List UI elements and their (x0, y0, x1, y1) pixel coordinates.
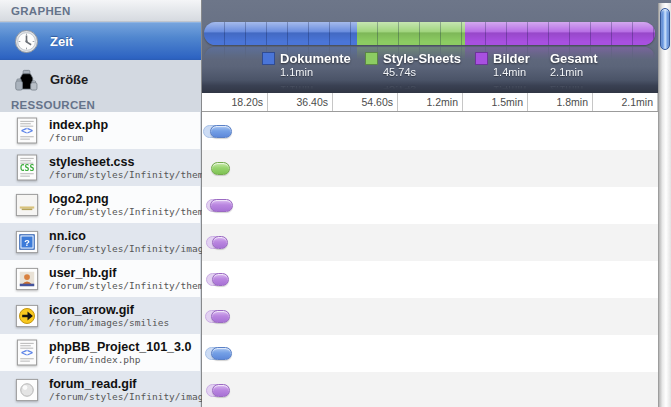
time-ruler: 18.20s36.40s54.60s1.2min1.5min1.8min2.1m… (202, 93, 658, 112)
resource-item[interactable]: forum_read.gif/forum/styles/Infinity/ima… (0, 371, 200, 407)
resource-item[interactable]: ?nn.ico/forum/styles/Infinity/imageset (0, 223, 200, 260)
resource-path: /forum/index.php (49, 354, 191, 365)
timeline-row (202, 298, 658, 335)
weights-icon (13, 66, 39, 92)
legend-swatch (262, 52, 275, 65)
sidebar-item-zeit[interactable]: Zeit (0, 22, 201, 60)
summary-bar (204, 22, 655, 45)
legend-swatch (475, 52, 488, 65)
duration-pill (211, 162, 230, 175)
timeline-row (202, 187, 658, 224)
timeline-row (202, 150, 658, 187)
timeline-rows (202, 113, 658, 407)
legend-swatch (365, 52, 378, 65)
legend-value: 2.1min (550, 66, 598, 79)
duration-pill (211, 347, 232, 360)
legend-value: 1.4min (493, 66, 530, 79)
summary-legend: Dokumente1.1minStyle-Sheets45.74sBilder1… (202, 51, 658, 81)
ruler-tick-label: 2.1min (593, 93, 658, 111)
resource-name: index.php (49, 118, 108, 132)
svg-text:<>: <> (20, 125, 32, 136)
resource-path: /forum/styles/Infinity/imageset (49, 391, 200, 402)
resource-name: nn.ico (49, 229, 200, 243)
legend-entry: Dokumente1.1min (262, 51, 351, 79)
sidebar-item-groesse[interactable]: Größe (0, 60, 201, 98)
sphere-image-icon (13, 376, 40, 403)
legend-label: Bilder (493, 51, 530, 66)
resource-path: /forum/styles/Infinity/theme/i... (49, 206, 200, 217)
resource-path: /forum (49, 132, 108, 143)
sidebar: GRAPHEN ZeitGröße RESSOURCEN <>index.php… (0, 0, 202, 407)
php-document-icon: <> (13, 339, 40, 366)
resource-item[interactable]: user_hb.gif/forum/styles/Infinity/theme/… (0, 260, 200, 297)
ruler-tick-label: 1.5min (463, 93, 528, 111)
summary-bar-segment (357, 22, 465, 45)
sidebar-item-label: Zeit (50, 34, 73, 49)
legend-entry: Gesamt2.1min (550, 51, 603, 79)
summary-bar-segment (465, 22, 655, 45)
resource-item[interactable]: icon_arrow.gif/forum/images/smilies (0, 297, 200, 334)
legend-label: Style-Sheets (383, 51, 461, 66)
svg-text:?: ? (24, 237, 30, 247)
ruler-tick-label: 54.60s (333, 93, 398, 111)
timeline-row (202, 261, 658, 298)
avatar-image-icon (13, 265, 40, 292)
resource-item[interactable]: CSSstylesheet.css/forum/styles/Infinity/… (0, 149, 200, 186)
legend-entry: Style-Sheets45.74s (365, 51, 461, 79)
timeline-row (202, 224, 658, 261)
resource-name: forum_read.gif (49, 377, 200, 391)
segment-gloss (465, 22, 655, 45)
duration-pill (211, 310, 230, 323)
resource-name: phpBB_Project_101_3.0 (49, 340, 191, 354)
resource-path: /forum/styles/Infinity/theme (49, 169, 200, 180)
timeline-row (202, 335, 658, 372)
duration-pill (210, 199, 233, 212)
ruler-tick-label: 36.40s (268, 93, 333, 111)
legend-entry: Bilder1.4min (475, 51, 530, 79)
summary-bar-segment (204, 22, 357, 45)
vertical-scrollbar[interactable] (658, 3, 671, 407)
duration-pill (210, 125, 232, 138)
duration-pill (212, 273, 229, 286)
ico-question-icon: ? (13, 228, 40, 255)
timeline-pane: Dokumente1.1minStyle-Sheets45.74sBilder1… (202, 0, 671, 407)
resource-path: /forum/styles/Infinity/imageset (49, 243, 200, 254)
smiley-arrow-icon (13, 302, 40, 329)
resource-item[interactable]: <>phpBB_Project_101_3.0/forum/index.php (0, 334, 200, 371)
timeline-row (202, 113, 658, 150)
resource-name: user_hb.gif (49, 266, 200, 280)
resource-timeline-window: GRAPHEN ZeitGröße RESSOURCEN <>index.php… (0, 0, 671, 407)
duration-pill (212, 384, 230, 397)
sidebar-item-label: Größe (50, 72, 88, 87)
ruler-tick-label: 18.20s (203, 93, 268, 111)
resources-section-header: RESSOURCEN (0, 98, 201, 113)
image-file-icon (13, 191, 40, 218)
resource-item[interactable]: <>index.php/forum (0, 112, 200, 149)
legend-value: 45.74s (383, 66, 461, 79)
svg-text:<>: <> (20, 347, 32, 358)
resource-name: icon_arrow.gif (49, 303, 169, 317)
timeline-row (202, 372, 658, 407)
resource-name: logo2.png (49, 192, 200, 206)
graphs-section-header: GRAPHEN (0, 0, 201, 22)
segment-gloss (204, 22, 357, 45)
legend-label: Gesamt (550, 51, 598, 66)
css-document-icon: CSS (13, 154, 40, 181)
clock-icon (13, 28, 39, 54)
duration-pill (212, 236, 228, 249)
svg-text:CSS: CSS (19, 163, 34, 173)
ruler-tick-label: 1.2min (398, 93, 463, 111)
summary-header: Dokumente1.1minStyle-Sheets45.74sBilder1… (202, 0, 671, 93)
resource-item[interactable]: logo2.png/forum/styles/Infinity/theme/i.… (0, 186, 200, 223)
scrollbar-thumb[interactable] (660, 8, 670, 50)
resource-path: /forum/styles/Infinity/theme/i... (49, 280, 200, 291)
graph-list: ZeitGröße (0, 22, 201, 98)
resource-list: <>index.php/forumCSSstylesheet.css/forum… (0, 112, 200, 407)
segment-gloss (357, 22, 465, 45)
php-document-icon: <> (13, 117, 40, 144)
ruler-tick-label: 1.8min (528, 93, 593, 111)
resource-name: stylesheet.css (49, 155, 200, 169)
legend-value: 1.1min (280, 66, 351, 79)
resource-path: /forum/images/smilies (49, 317, 169, 328)
legend-label: Dokumente (280, 51, 351, 66)
